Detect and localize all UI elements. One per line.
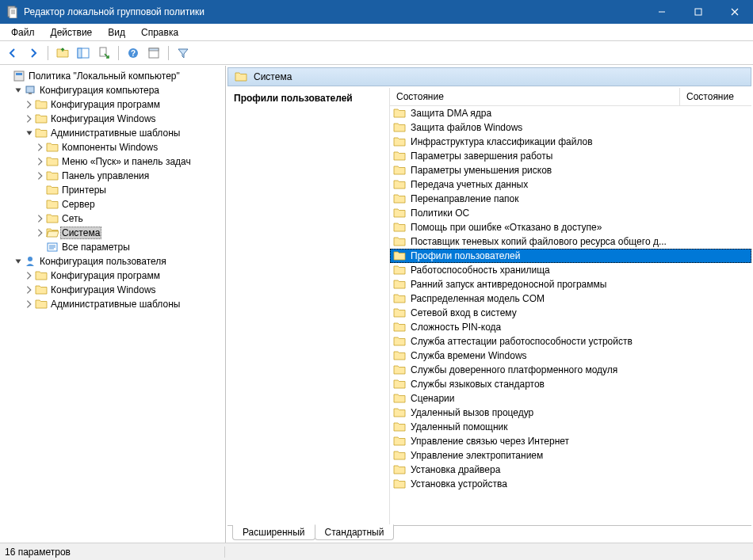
tab-extended[interactable]: Расширенный: [232, 525, 315, 540]
list-item[interactable]: Поставщик теневых копий файлового ресурс…: [390, 234, 751, 249]
tree-windows-settings[interactable]: Конфигурация Windows: [2, 112, 224, 126]
list-item[interactable]: Службы языковых стандартов: [390, 377, 751, 391]
list-item[interactable]: Работоспособность хранилища: [390, 263, 751, 277]
breadcrumb-label: Система: [254, 71, 292, 82]
list-item-label: Службы языковых стандартов: [411, 379, 545, 390]
list-item[interactable]: Инфраструктура классификации файлов: [390, 135, 751, 149]
export-list-button[interactable]: [94, 44, 113, 63]
list-item[interactable]: Перенаправление папок: [390, 192, 751, 206]
navigation-tree[interactable]: Политика "Локальный компьютер" Конфигура…: [0, 66, 226, 543]
list-item[interactable]: Параметры завершения работы: [390, 149, 751, 163]
tree-network[interactable]: Сеть: [2, 211, 224, 226]
list-header: Состояние Состояние: [390, 88, 751, 106]
chevron-right-icon[interactable]: [35, 213, 46, 224]
chevron-down-icon[interactable]: [24, 128, 35, 139]
toolbar-separator: [118, 46, 119, 60]
list-item[interactable]: Служба аттестации работоспособности устр…: [390, 334, 751, 349]
list-item[interactable]: Распределенная модель COM: [390, 291, 751, 306]
folder-icon: [393, 321, 406, 333]
menu-file[interactable]: Файл: [3, 25, 43, 40]
list-item-label: Политики ОС: [411, 208, 469, 219]
toolbar-separator: [168, 46, 169, 60]
chevron-right-icon[interactable]: [35, 142, 46, 153]
list-item[interactable]: Сетевой вход в систему: [390, 306, 751, 320]
nav-back-button[interactable]: [3, 44, 22, 63]
list-item[interactable]: Параметры уменьшения рисков: [390, 163, 751, 177]
chevron-right-icon[interactable]: [35, 227, 46, 238]
tree-all-settings[interactable]: Все параметры: [2, 240, 224, 254]
tree-user-windows[interactable]: Конфигурация Windows: [2, 283, 224, 297]
list-item[interactable]: Помощь при ошибке «Отказано в доступе»: [390, 220, 751, 234]
tree-user-software[interactable]: Конфигурация программ: [2, 269, 224, 283]
minimize-button[interactable]: [644, 0, 680, 24]
help-button[interactable]: ?: [124, 44, 143, 63]
items-list[interactable]: Защита DMA ядраЗащита файлов WindowsИнфр…: [390, 106, 751, 525]
chevron-right-icon[interactable]: [24, 99, 35, 110]
close-button[interactable]: [717, 0, 753, 24]
show-hide-tree-button[interactable]: [74, 44, 93, 63]
folder-open-icon: [46, 227, 59, 239]
tab-standard[interactable]: Стандартный: [315, 524, 395, 540]
properties-button[interactable]: [144, 44, 163, 63]
toolbar-separator: [48, 46, 48, 60]
chevron-right-icon[interactable]: [35, 156, 46, 167]
list-item[interactable]: Ранний запуск антивредоносной программы: [390, 277, 751, 291]
list-item-label: Управление связью через Интернет: [411, 436, 569, 447]
tree-win-components[interactable]: Компоненты Windows: [2, 140, 224, 154]
tree-software-settings[interactable]: Конфигурация программ: [2, 97, 224, 112]
list-item[interactable]: Установка драйвера: [390, 463, 751, 477]
list-item[interactable]: Сложность PIN-кода: [390, 320, 751, 334]
chevron-right-icon[interactable]: [24, 113, 35, 124]
list-item[interactable]: Удаленный помощник: [390, 420, 751, 434]
menu-action[interactable]: Действие: [43, 25, 101, 40]
folder-icon: [393, 307, 406, 319]
folder-icon: [393, 221, 406, 234]
list-item[interactable]: Установка устройства: [390, 477, 751, 491]
list-item[interactable]: Служба времени Windows: [390, 349, 751, 363]
tree-user-admin[interactable]: Административные шаблоны: [2, 297, 224, 311]
tree-printers[interactable]: Принтеры: [2, 183, 224, 197]
list-item[interactable]: Защита DMA ядра: [390, 106, 751, 120]
tree-control-panel[interactable]: Панель управления: [2, 169, 224, 183]
tree-root[interactable]: Политика "Локальный компьютер": [2, 69, 224, 83]
folder-icon: [235, 70, 247, 83]
tree-start-taskbar[interactable]: Меню «Пуск» и панель задач: [2, 154, 224, 169]
list-item[interactable]: Управление связью через Интернет: [390, 434, 751, 448]
list-item-label: Защита файлов Windows: [411, 122, 522, 133]
column-state[interactable]: Состояние: [680, 88, 751, 105]
column-status[interactable]: Состояние: [390, 88, 680, 105]
list-item[interactable]: Передача учетных данных: [390, 177, 751, 192]
tree-server[interactable]: Сервер: [2, 197, 224, 211]
list-item-label: Служба аттестации работоспособности устр…: [411, 336, 633, 347]
list-item[interactable]: Защита файлов Windows: [390, 120, 751, 135]
chevron-right-icon[interactable]: [24, 284, 35, 295]
tree-admin-templates[interactable]: Административные шаблоны: [2, 126, 224, 140]
menu-help[interactable]: Справка: [133, 25, 186, 40]
tree-system[interactable]: Система: [2, 226, 224, 240]
up-folder-button[interactable]: [53, 44, 72, 63]
folder-icon: [393, 335, 406, 348]
menu-view[interactable]: Вид: [100, 25, 133, 40]
tree-user-config[interactable]: Конфигурация пользователя: [2, 254, 224, 269]
chevron-right-icon[interactable]: [24, 299, 35, 310]
nav-forward-button[interactable]: [24, 44, 43, 63]
view-tabs: Расширенный Стандартный: [226, 525, 753, 543]
list-item[interactable]: Службы доверенного платформенного модуля: [390, 363, 751, 377]
chevron-right-icon[interactable]: [35, 170, 46, 181]
list-item[interactable]: Политики ОС: [390, 206, 751, 220]
folder-icon: [393, 364, 406, 376]
filter-button[interactable]: [174, 44, 193, 63]
folder-icon: [393, 250, 406, 262]
folder-icon: [35, 112, 48, 125]
folder-icon: [393, 178, 406, 191]
chevron-down-icon[interactable]: [13, 256, 24, 267]
list-item[interactable]: Сценарии: [390, 391, 751, 406]
maximize-button[interactable]: [680, 0, 717, 24]
tree-computer-config[interactable]: Конфигурация компьютера: [2, 83, 224, 97]
list-item[interactable]: Профили пользователей: [390, 249, 751, 263]
list-item[interactable]: Управление электропитанием: [390, 448, 751, 463]
list-item[interactable]: Удаленный вызов процедур: [390, 406, 751, 420]
chevron-right-icon[interactable]: [24, 270, 35, 281]
chevron-down-icon[interactable]: [13, 85, 24, 96]
folder-icon: [393, 150, 406, 162]
